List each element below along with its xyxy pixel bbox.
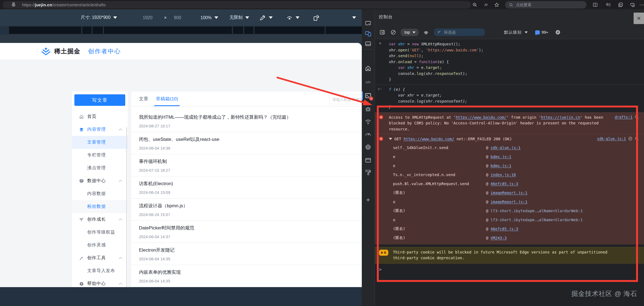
draft-item[interactable]: 闭包、useState、useRef以及react-use2024-06-04 … (131, 132, 362, 154)
network-error-row[interactable]: × GET https://www.baidu.com/ net::ERR_FA… (375, 134, 644, 244)
performance-panel-icon[interactable] (365, 130, 372, 138)
stack-file-link[interactable]: VM243:3 (491, 236, 507, 240)
viewport-width-field[interactable]: 1920 (143, 9, 153, 26)
sidebar-scrollbar[interactable] (126, 127, 127, 287)
stack-file-link[interactable]: imageReport.js:1 (491, 191, 528, 195)
rotate-viewport-icon[interactable] (313, 9, 320, 26)
error-source-link[interactable]: drafts:1 (615, 115, 633, 119)
console-url-link[interactable]: https://www.baidu.com/ (456, 115, 506, 120)
collections-icon[interactable] (617, 1, 624, 8)
sidebar-item-粉丝数据[interactable]: 粉丝数据 (72, 200, 128, 213)
sidebar-item-内容数据[interactable]: 内容数据 (72, 187, 128, 200)
console-sidebar-toggle-icon[interactable] (379, 29, 386, 36)
read-aloud-icon[interactable] (482, 1, 489, 8)
draft-title[interactable]: 我所知道的HTML——现成轮子都堆成山了，新特性还算新吗？（完结篇） (139, 114, 354, 121)
stack-frame[interactable]: push.Bl.value.XMLHttpRequest.send@ 46efc… (389, 179, 640, 188)
console-url-link[interactable]: https://www.baidu.com/ (404, 137, 454, 141)
console-url-link[interactable]: https://juejin.cn (541, 115, 580, 120)
add-panel-icon[interactable]: + (365, 196, 372, 203)
tab-articles[interactable]: 文章 (139, 92, 148, 106)
draft-item[interactable]: DatePicker时间禁用的规范2024-06-04 14:37 (131, 221, 362, 243)
stack-frame[interactable]: self._SdkGlueInit.r.send@ sdk-glue.js:1 (389, 143, 640, 152)
stack-frame[interactable]: o@ imageReport.js:1 (389, 197, 640, 206)
creator-center-label[interactable]: 创作者中心 (88, 47, 121, 56)
browser-essentials-icon[interactable] (628, 1, 636, 8)
url-text[interactable]: https://juejin.cn/creator/content/articl… (22, 2, 106, 7)
stack-frame[interactable]: Ts.n._vc_intercepted.n.send@ index.js:16 (389, 170, 640, 179)
stack-file-link[interactable]: 46efc85.js:3 (491, 182, 518, 186)
warning-count-badge[interactable]: 6 (379, 250, 388, 256)
draft-title[interactable]: 内嵌表单的优雅实现 (139, 269, 354, 276)
elements-panel-icon[interactable]: </> (365, 78, 372, 86)
draft-item[interactable]: 访客机(Electron)2024-06-24 15:09 (131, 176, 362, 199)
close-devtools-button[interactable]: × (634, 13, 644, 24)
memory-panel-icon[interactable] (365, 144, 372, 151)
zoom-icon[interactable] (471, 1, 479, 8)
sidebar-section-首页[interactable]: 首页 (72, 110, 128, 123)
draft-title[interactable]: 事件循环机制 (139, 158, 354, 165)
more-menu-icon[interactable]: ⋯ (638, 1, 644, 8)
rendering-panel-icon[interactable] (365, 169, 372, 176)
address-bar[interactable]: https://juejin.cn/creator/content/articl… (3, 1, 471, 8)
favorites-icon[interactable] (604, 1, 612, 8)
sidebar-section-帮助中心[interactable]: 帮助中心 (72, 277, 128, 287)
sidebar-item-创作灵感[interactable]: 创作灵感 (72, 239, 128, 252)
draft-item[interactable]: Electron开发随记2024-06-04 14:35 (131, 243, 362, 265)
cookie-warning-row[interactable]: 6 Third-party cookie will be blocked in … (375, 247, 644, 264)
stack-frame[interactable]: (匿名)@ lf3-short.ibytedapm.…alName=Slarda… (389, 206, 640, 215)
toolbar-overflow-caret[interactable] (349, 9, 356, 26)
console-settings-icon[interactable] (554, 29, 561, 36)
search-similar-icon[interactable] (635, 136, 639, 141)
stack-frame[interactable]: o@ lf3-short.ibytedapm.…alName=SlardarWe… (389, 215, 640, 225)
console-panel-icon[interactable]: × (365, 92, 372, 99)
dock-side-icon[interactable] (365, 40, 372, 47)
log-level-select[interactable]: 默认级别 (504, 30, 528, 35)
stack-frame[interactable]: (匿名)@ VM243:3 (389, 234, 640, 243)
sidebar-item-创作等级权益[interactable]: 创作等级权益 (72, 226, 128, 239)
execution-context-select[interactable]: top (401, 29, 419, 36)
draft-item[interactable]: 流程设计器（bpmn.js）2024-06-24 15:07 (131, 199, 362, 221)
sources-panel-icon[interactable] (365, 105, 372, 112)
issues-counter[interactable]: 99+ (535, 30, 548, 34)
sidebar-item-文章管理[interactable]: 文章管理 (72, 136, 128, 149)
expand-triangle-icon[interactable] (389, 138, 392, 140)
live-expression-icon[interactable] (422, 29, 430, 36)
draft-title[interactable]: 访客机(Electron) (139, 180, 354, 187)
draft-item[interactable]: 我所知道的HTML——现成轮子都堆成山了，新特性还算新吗？（完结篇）2024-0… (131, 110, 362, 132)
device-pixel-ratio-icon[interactable] (286, 9, 299, 26)
network-panel-icon[interactable] (365, 118, 372, 126)
clear-console-icon[interactable] (390, 29, 397, 36)
lock-icon[interactable] (11, 2, 16, 8)
application-panel-icon[interactable] (365, 157, 372, 164)
welcome-panel-icon[interactable] (365, 65, 372, 72)
draft-title[interactable]: 流程设计器（bpmn.js） (139, 203, 354, 209)
viewport-height-field[interactable]: 900 (174, 9, 181, 26)
draft-title[interactable]: 闭包、useState、useRef以及react-use (139, 136, 354, 143)
stack-file-link[interactable]: bdms.js:1 (491, 155, 511, 159)
tab-drafts[interactable]: 草稿箱(10) (156, 92, 178, 106)
sidebar-item-专栏管理[interactable]: 专栏管理 (72, 149, 128, 162)
dimensions-select[interactable]: 尺寸: 1920*900 (81, 9, 117, 26)
inspect-tool-icon[interactable] (365, 20, 372, 27)
stack-file-link[interactable]: sdk-glue.js:1 (491, 145, 521, 150)
stack-info-icon[interactable] (628, 136, 633, 141)
stack-file-link[interactable]: index.js:16 (491, 173, 516, 177)
zoom-select[interactable]: 100% (200, 9, 218, 26)
error-source-link[interactable]: sdk-glue.js:1 (597, 136, 626, 141)
console-prompt[interactable]: > (375, 264, 644, 272)
draft-item[interactable]: 内嵌表单的优雅实现2024-06-04 14:35 (131, 265, 362, 287)
stack-file-link[interactable]: bdms.js:1 (491, 164, 511, 168)
stack-file-link[interactable]: 46efc85.js:3 (491, 227, 518, 231)
write-article-button[interactable]: 写文章 (74, 94, 125, 106)
search-similar-icon[interactable] (635, 115, 639, 119)
device-emulation-icon[interactable] (365, 30, 372, 37)
browser-search-box[interactable]: 点此搜索 (505, 1, 587, 8)
stack-frame[interactable]: (匿名)@ imageReport.js:1 (389, 188, 640, 197)
draft-item[interactable]: 事件循环机制2024-07-15 18:27 (131, 154, 362, 176)
sidebar-section-内容管理[interactable]: 内容管理 (72, 123, 128, 136)
console-filter-input[interactable]: 筛选器 (434, 28, 485, 36)
title-search-input[interactable] (329, 95, 362, 104)
draft-title[interactable]: DatePicker时间禁用的规范 (139, 225, 354, 231)
stack-frame[interactable]: e@ bdms.js:1 (389, 161, 640, 170)
stack-frame[interactable]: (匿名)@ 46efc85.js:3 (389, 225, 640, 234)
